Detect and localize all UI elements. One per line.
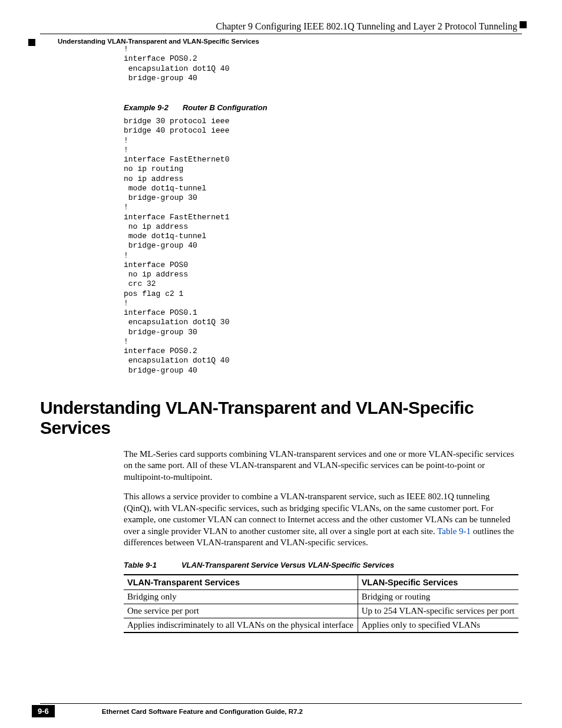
comparison-table: VLAN-Transparent Services VLAN-Specific … bbox=[124, 574, 518, 633]
example-label: Example 9-2 bbox=[124, 103, 168, 112]
table-row: Bridging only Bridging or routing bbox=[124, 589, 518, 604]
table-header-cell: VLAN-Transparent Services bbox=[124, 575, 358, 590]
paragraph-2: This allows a service provider to combin… bbox=[124, 491, 516, 549]
section-heading: Understanding VLAN-Transparent and VLAN-… bbox=[40, 398, 522, 438]
running-header-chapter: Chapter 9 Configuring IEEE 802.1Q Tunnel… bbox=[40, 21, 522, 32]
code-block-example: bridge 30 protocol ieee bridge 40 protoc… bbox=[124, 117, 516, 375]
table-cell: Applies indiscriminately to all VLANs on… bbox=[124, 618, 358, 633]
table-cell: Up to 254 VLAN-specific services per por… bbox=[358, 604, 518, 618]
example-caption: Example 9-2Router B Configuration bbox=[124, 103, 516, 112]
table-cell: Applies only to specified VLANs bbox=[358, 618, 518, 633]
table-title-text: VLAN-Transparent Service Versus VLAN-Spe… bbox=[181, 561, 394, 569]
table-header-row: VLAN-Transparent Services VLAN-Specific … bbox=[124, 575, 518, 590]
code-block-intro: ! interface POS0.2 encapsulation dot1Q 4… bbox=[124, 45, 516, 83]
example-title-text: Router B Configuration bbox=[183, 103, 267, 112]
page-number-badge: 9-6 bbox=[32, 705, 55, 717]
table-cell: Bridging only bbox=[124, 589, 358, 604]
running-header-section: Understanding VLAN-Transparent and VLAN-… bbox=[40, 38, 522, 45]
cross-reference-link[interactable]: Table 9-1 bbox=[437, 526, 471, 536]
table-header-cell: VLAN-Specific Services bbox=[358, 575, 518, 590]
table-cell: Bridging or routing bbox=[358, 589, 518, 604]
table-row: One service per port Up to 254 VLAN-spec… bbox=[124, 604, 518, 618]
footer-doc-title: Ethernet Card Software Feature and Confi… bbox=[102, 708, 303, 715]
table-row: Applies indiscriminately to all VLANs on… bbox=[124, 618, 518, 633]
table-label: Table 9-1 bbox=[124, 561, 157, 569]
header-rule bbox=[40, 34, 522, 34]
table-cell: One service per port bbox=[124, 604, 358, 618]
page-footer: 9-6 Ethernet Card Software Feature and C… bbox=[40, 703, 522, 717]
paragraph-1: The ML-Series card supports combining VL… bbox=[124, 449, 516, 483]
table-caption: Table 9-1VLAN-Transparent Service Versus… bbox=[124, 561, 516, 569]
